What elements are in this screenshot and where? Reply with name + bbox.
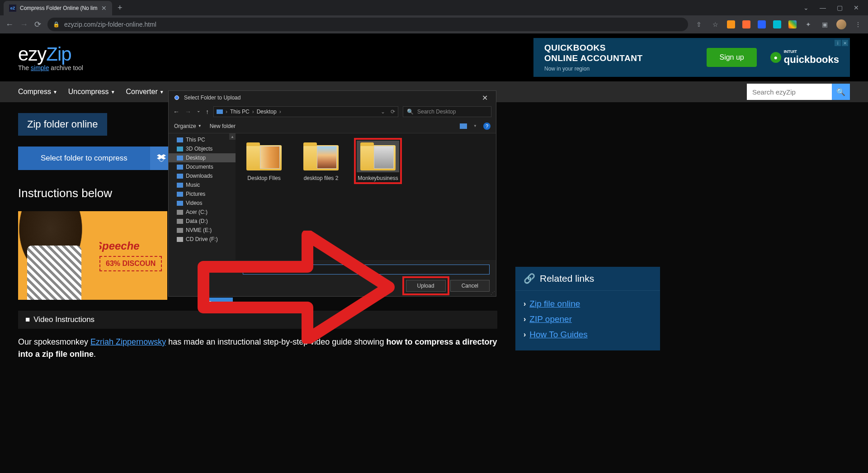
- scroll-up-icon[interactable]: ▲: [229, 133, 236, 140]
- page-title: Zip folder online: [27, 118, 98, 130]
- drive-icon: [177, 219, 183, 224]
- tree-item-label: NVME (E:): [186, 227, 212, 233]
- maximize-icon[interactable]: ▢: [837, 4, 843, 11]
- help-icon[interactable]: ?: [483, 123, 491, 130]
- new-folder-button[interactable]: New folder: [210, 123, 236, 129]
- tree-item-acer-c-[interactable]: Acer (C:): [169, 208, 236, 217]
- chevron-right-icon: ›: [524, 300, 526, 308]
- tree-item-cd-drive-f-[interactable]: CD Drive (F:): [169, 235, 236, 244]
- bookmark-star-icon[interactable]: ☆: [711, 20, 720, 29]
- page-content: ezyZip The simple archive tool QUICKBOOK…: [0, 33, 868, 473]
- dialog-breadcrumb[interactable]: › This PC › Desktop › ⌄⟳: [213, 106, 398, 117]
- tree-item-label: Desktop: [186, 155, 206, 161]
- breadcrumb-dropdown-icon[interactable]: ⌄: [381, 109, 385, 115]
- tree-item-desktop[interactable]: Desktop: [169, 153, 236, 162]
- open-button[interactable]: Open: [199, 298, 233, 311]
- extension-icon[interactable]: [788, 20, 797, 28]
- spokesmonkey-link[interactable]: Ezriah Zippernowsky: [90, 337, 166, 346]
- back-button[interactable]: ←: [5, 20, 14, 29]
- tree-item-videos[interactable]: Videos: [169, 199, 236, 208]
- cd-icon: [177, 237, 183, 242]
- chevron-down-icon[interactable]: ⌄: [803, 4, 809, 11]
- ad-signup-button[interactable]: Sign up: [707, 48, 756, 67]
- view-mode-icon[interactable]: [460, 123, 467, 129]
- desktop-icon: [177, 156, 183, 161]
- profile-avatar[interactable]: [836, 19, 846, 29]
- cancel-button[interactable]: Cancel: [450, 280, 490, 292]
- dialog-tree: ▲ This PC3D ObjectsDesktopDocumentsDownl…: [169, 133, 236, 260]
- ad-banner[interactable]: QUICKBOOKSONLINE ACCOUNTANT Now in your …: [533, 38, 850, 77]
- quickbooks-icon: ●: [770, 52, 781, 63]
- dialog-up-button[interactable]: ↑: [206, 108, 209, 115]
- search-icon: 🔍: [407, 109, 414, 115]
- dialog-forward-button[interactable]: →: [185, 108, 191, 115]
- related-links-box: 🔗Related links ›Zip file online ›ZIP ope…: [515, 267, 660, 350]
- tree-item-label: Pictures: [186, 191, 205, 197]
- tree-item-3d-objects[interactable]: 3D Objects: [169, 144, 236, 153]
- tree-item-label: CD Drive (F:): [186, 236, 218, 242]
- dialog-close-button[interactable]: ✕: [478, 94, 491, 102]
- extension-icon[interactable]: [727, 20, 735, 28]
- dialog-search[interactable]: 🔍 Search Desktop: [403, 106, 491, 117]
- share-icon[interactable]: ⇧: [694, 20, 703, 29]
- refresh-icon[interactable]: ⟳: [391, 109, 395, 115]
- reload-button[interactable]: ⟳: [34, 19, 41, 29]
- ad-brand: ● INTUITquickbooks: [770, 50, 839, 66]
- ad-info-icon[interactable]: i: [835, 40, 841, 46]
- sidepanel-icon[interactable]: ▣: [820, 20, 829, 29]
- tree-item-documents[interactable]: Documents: [169, 162, 236, 171]
- site-logo[interactable]: ezyZip The simple archive tool: [18, 43, 83, 71]
- nav-uncompress[interactable]: Uncompress▼: [68, 88, 115, 96]
- folder-name-input[interactable]: [243, 265, 490, 274]
- tree-item-nvme-e-[interactable]: NVME (E:): [169, 226, 236, 235]
- extensions-puzzle-icon[interactable]: ✦: [804, 20, 813, 29]
- new-tab-button[interactable]: +: [118, 3, 123, 13]
- dialog-files-area[interactable]: Desktop FIlesdesktop files 2Monkeybusine…: [236, 133, 496, 260]
- tree-item-pictures[interactable]: Pictures: [169, 189, 236, 199]
- tagline: The simple archive tool: [18, 64, 83, 71]
- breadcrumb-this-pc[interactable]: This PC: [230, 109, 250, 115]
- folder-monkeybusiness[interactable]: Monkeybusiness: [354, 138, 402, 184]
- dialog-history-dropdown[interactable]: ⌄: [197, 108, 200, 115]
- site-search-button[interactable]: 🔍: [832, 84, 850, 100]
- upload-button[interactable]: Upload: [406, 280, 446, 292]
- music-icon: [177, 183, 183, 188]
- chevron-right-icon: ›: [524, 331, 526, 339]
- dialog-back-button[interactable]: ←: [173, 108, 179, 115]
- resize-grip-icon[interactable]: ⋰: [491, 290, 495, 295]
- tree-item-music[interactable]: Music: [169, 180, 236, 189]
- forward-button[interactable]: →: [20, 20, 28, 29]
- extension-icon[interactable]: [773, 20, 781, 28]
- organize-menu[interactable]: Organize ▼: [174, 123, 202, 129]
- tree-item-downloads[interactable]: Downloads: [169, 171, 236, 180]
- tab-close-icon[interactable]: ✕: [101, 5, 107, 12]
- extension-icon[interactable]: [758, 20, 766, 28]
- url-text: ezyzip.com/zip-folder-online.html: [64, 21, 156, 28]
- related-link-zip-opener[interactable]: ZIP opener: [529, 314, 572, 324]
- address-bar[interactable]: 🔒 ezyzip.com/zip-folder-online.html: [47, 18, 688, 31]
- site-header: ezyZip The simple archive tool QUICKBOOK…: [0, 33, 868, 81]
- tree-item-data-d-[interactable]: Data (D:): [169, 217, 236, 226]
- folder-desktop-files-2[interactable]: desktop files 2: [297, 138, 345, 184]
- browser-tab[interactable]: eZ Compress Folder Online (No lim ✕: [4, 1, 112, 15]
- nav-converter[interactable]: Converter▼: [126, 88, 164, 96]
- extension-icon[interactable]: [742, 20, 750, 28]
- ad-close-icon[interactable]: ✕: [842, 40, 848, 46]
- logo-prefix: ezy: [18, 43, 46, 65]
- related-link-howto[interactable]: How To Guides: [529, 330, 588, 340]
- tree-item-this-pc[interactable]: This PC: [169, 135, 236, 144]
- speech-ad[interactable]: Speeche 63% DISCOUN: [18, 211, 167, 300]
- related-link-zip-file[interactable]: Zip file online: [529, 299, 580, 309]
- breadcrumb-desktop[interactable]: Desktop: [257, 109, 277, 115]
- menu-dots-icon[interactable]: ⋮: [854, 20, 863, 29]
- select-folder-button[interactable]: Select folder to compress: [18, 147, 150, 170]
- video-instructions-header: ■Video Instructions: [18, 311, 497, 329]
- view-dropdown-icon[interactable]: ▼: [473, 124, 477, 128]
- window-controls: ⌄ — ▢ ✕: [803, 4, 864, 11]
- minimize-icon[interactable]: —: [820, 4, 826, 11]
- nav-compress[interactable]: Compress▼: [18, 88, 57, 96]
- site-search-input[interactable]: [747, 84, 832, 100]
- lock-icon: 🔒: [53, 21, 60, 28]
- folder-desktop-files[interactable]: Desktop FIles: [240, 138, 288, 184]
- close-icon[interactable]: ✕: [854, 4, 859, 11]
